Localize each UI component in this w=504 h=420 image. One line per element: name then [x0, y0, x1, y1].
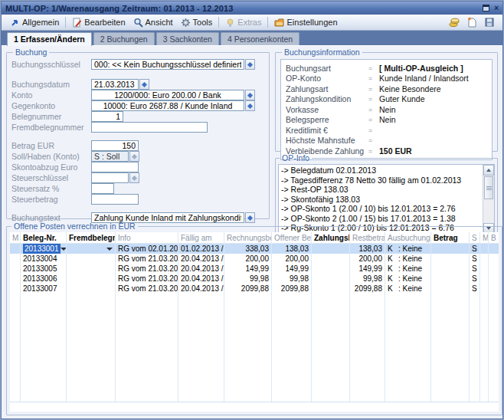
field-konto: Konto	[11, 90, 264, 100]
field-belegnummer: Belegnummer	[11, 111, 264, 122]
menu-extras[interactable]: Extras	[221, 16, 265, 29]
tab-sachkonten[interactable]: 3 Sachkonten	[156, 32, 219, 45]
menu-ansicht[interactable]: Ansicht	[129, 16, 177, 29]
tab-erfassen-aendern[interactable]: 1 Erfassen/Ändern	[7, 32, 92, 46]
menu-tools[interactable]: Tools	[177, 16, 217, 29]
field-label: Buchungsdatum	[11, 80, 91, 89]
menu-label: Extras	[237, 18, 261, 27]
cell-beleg-nr: 20133006	[21, 274, 67, 284]
column-header[interactable]: Zahlungsbetrag	[312, 232, 350, 244]
menu-bearbeiten[interactable]: Bearbeiten	[68, 16, 129, 29]
column-header[interactable]: Betrag	[431, 232, 470, 244]
info-row: Buchungsart=[ Multi-OP-Ausgleich ]	[286, 63, 487, 74]
steuerschluessel-input[interactable]	[91, 172, 129, 183]
soll-haben-dropdown-button[interactable]	[129, 151, 139, 162]
steuerschluessel-dropdown-button[interactable]	[129, 172, 139, 183]
column-header[interactable]: B	[489, 232, 499, 244]
new-document-icon[interactable]	[466, 17, 477, 28]
menu-separator	[65, 17, 66, 28]
info-row: OP-Konto=Kunde Inland / Inlandsort	[286, 74, 487, 84]
soll-haben-input[interactable]	[91, 151, 129, 162]
table-row-selected[interactable]: 20133001 RG vom 02.01.2013 01.02.2013 /F…	[10, 244, 499, 254]
cell-fremdbeleg	[67, 254, 116, 264]
scroll-thumb[interactable]	[484, 176, 493, 199]
cell-zahlungsbetrag	[312, 284, 350, 294]
column-header[interactable]: Restbetrag	[350, 232, 385, 244]
equals-sign: =	[368, 126, 379, 134]
menu-separator	[218, 17, 219, 28]
info-label: Zahlungsart	[286, 84, 368, 94]
folder-settings-icon	[274, 18, 284, 28]
column-header[interactable]: S	[470, 232, 480, 244]
column-header[interactable]: M	[480, 232, 489, 244]
cell-info: RG vom 21.03.2013	[116, 284, 178, 294]
field-buchungsdatum: Buchungsdatum	[11, 79, 264, 90]
betrag-eur-input[interactable]	[91, 140, 139, 151]
cell-b	[489, 244, 499, 254]
cell-zahlungsbetrag	[312, 274, 350, 284]
konto-dropdown-button[interactable]	[245, 90, 255, 100]
close-icon[interactable]: ×	[494, 5, 499, 12]
cell-m2	[480, 244, 489, 254]
steuersatz-input[interactable]	[91, 183, 114, 194]
belegnummer-input[interactable]	[91, 111, 123, 122]
buchungsdatum-input[interactable]	[91, 79, 139, 90]
column-header[interactable]: Fällig am	[178, 232, 224, 244]
info-row: Zahlungsart=Keine Besondere	[286, 84, 487, 94]
cell-ausbuchungsart: K: Keine	[385, 264, 431, 274]
column-header[interactable]: Info	[116, 232, 178, 244]
table-row[interactable]: 20133004 RG vom 21.03.2013 20.04.2013 /S…	[10, 254, 499, 264]
coins-icon[interactable]	[449, 17, 460, 28]
menu-separator	[267, 17, 268, 28]
table-row[interactable]: 20133007 RG vom 21.03.2013 20.04.2013 /S…	[10, 284, 499, 294]
info-label: Buchungsart	[286, 64, 368, 73]
cell-b	[489, 264, 499, 274]
info-value: Kunde Inland / Inlandsort	[379, 74, 469, 83]
column-header[interactable]: Offener Betrag	[272, 232, 312, 244]
buchungsdatum-dropdown-button[interactable]	[139, 79, 149, 90]
table-row[interactable]: 20133006 RG vom 21.03.2013 20.04.2013 /S…	[10, 274, 499, 284]
dropdown-arrow-icon[interactable]	[61, 248, 67, 251]
konto-input[interactable]	[91, 90, 244, 100]
gegenkonto-input[interactable]	[91, 100, 244, 111]
fremdbelegnummer-input[interactable]	[91, 122, 208, 133]
buchungsschluessel-dropdown-button[interactable]	[245, 59, 255, 70]
menu-einstellungen[interactable]: Einstellungen	[270, 16, 341, 29]
cell-b	[489, 254, 499, 264]
menu-allgemein[interactable]: Allgemein	[6, 16, 63, 29]
restore-icon[interactable]	[483, 5, 489, 11]
info-label: Vorkasse	[286, 105, 368, 114]
column-header[interactable]: Rechnungsbetrag	[224, 232, 272, 244]
column-header[interactable]: Ausbuchungsart	[385, 232, 431, 244]
column-header[interactable]: Beleg-Nr.	[21, 232, 67, 244]
op-info-line: -> Belegdatum 02.01.2013	[281, 166, 480, 176]
dropdown-arrow-icon[interactable]	[106, 248, 113, 251]
cell-restbetrag: 138,03	[350, 244, 385, 254]
cell-betrag	[431, 264, 470, 274]
cell-s: S	[470, 254, 480, 264]
info-row: Vorkasse=Nein	[286, 104, 487, 115]
save-icon[interactable]	[484, 17, 495, 28]
buchungsinformation-legend: Buchungsinformation	[282, 48, 362, 57]
tab-buchungen[interactable]: 2 Buchungen	[93, 32, 155, 45]
gegenkonto-dropdown-button[interactable]	[245, 100, 255, 111]
field-label: Skontoabzug Euro	[11, 162, 91, 172]
content-area: Buchung Buchungsschlüssel Buchungsdatum …	[2, 45, 502, 418]
table-row[interactable]: 20133005 RG vom 21.03.2013 20.04.2013 /S…	[10, 264, 499, 274]
tab-personenkonten[interactable]: 4 Personenkonten	[221, 32, 299, 45]
cell-fremdbeleg	[67, 284, 116, 294]
cell-m2	[480, 254, 489, 264]
buchungsschluessel-input[interactable]	[91, 59, 244, 70]
cell-offener-betrag: 138,03	[272, 244, 312, 254]
scroll-up-button[interactable]	[483, 165, 494, 176]
column-header[interactable]: Fremdbelegnummer	[67, 232, 116, 244]
field-label: Buchungsschlüssel	[11, 60, 91, 69]
steuerbetrag-input[interactable]	[91, 194, 139, 205]
cell-zahlungsbetrag	[312, 264, 350, 274]
skontoabzug-input[interactable]	[91, 162, 139, 172]
tab-strip: 1 Erfassen/Ändern 2 Buchungen 3 Sachkont…	[1, 31, 503, 45]
cell-m	[10, 244, 21, 254]
field-skontoabzug: Skontoabzug Euro	[11, 162, 264, 172]
column-header[interactable]: M	[10, 232, 21, 244]
cell-restbetrag: 2099,88	[350, 284, 385, 294]
